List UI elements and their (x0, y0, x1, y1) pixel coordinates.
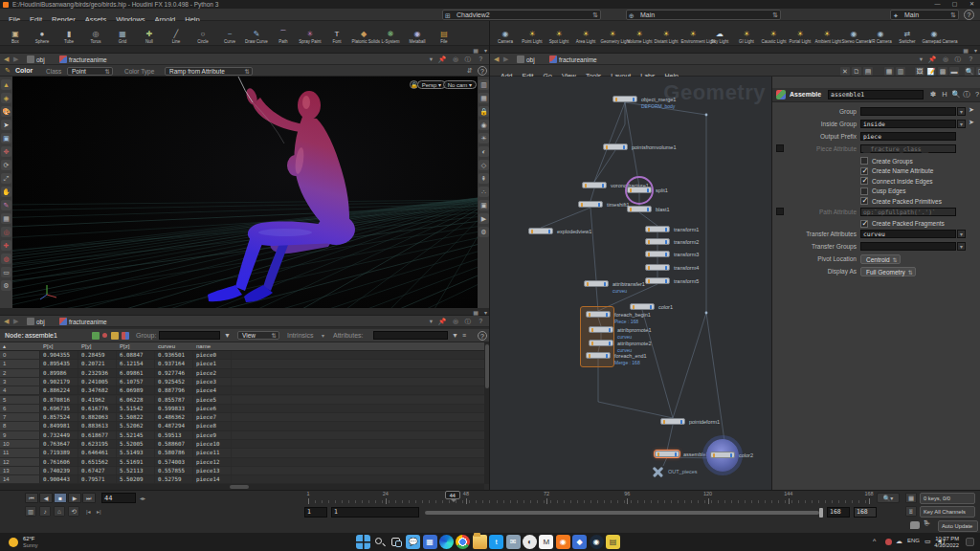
help-icon[interactable]: ? (478, 66, 487, 76)
play-reverse-button[interactable]: ◀ (39, 493, 53, 503)
view-select[interactable]: View⇅ (237, 331, 279, 340)
desktop-selector-2[interactable]: ⊕ Main ⇅ (626, 10, 781, 20)
points-mode-icon[interactable] (92, 332, 100, 340)
help-icon[interactable]: ? (479, 55, 482, 62)
frame-spinner[interactable]: ◂▸ (140, 495, 145, 501)
path-node-chip[interactable]: fractureanime (59, 55, 107, 64)
shelf-tool-spray-paint[interactable]: ✳Spray Paint (297, 29, 323, 46)
search-icon[interactable]: 🔍 (951, 90, 961, 99)
edge-icon[interactable] (439, 535, 454, 549)
shelf-tool-font[interactable]: TFont (323, 29, 350, 46)
linked-pane-icon[interactable]: ◎ (943, 55, 948, 63)
shelf-tool-caustic-light[interactable]: ☀Caustic Light (760, 29, 787, 46)
node-attribpromote2[interactable] (589, 340, 613, 346)
wireframe-icon[interactable]: ◇ (479, 160, 489, 170)
move-icon[interactable]: ✥ (1, 146, 11, 157)
render-region-icon[interactable]: ▭ (1, 267, 11, 277)
shelf-tool-curve[interactable]: ~Curve (216, 29, 243, 46)
app-icon-round[interactable]: ◐ (523, 535, 537, 549)
table-row[interactable]: 30.9021790.2410056.107570.925452piece3 (0, 378, 490, 386)
piece-attribute-enable-checkbox[interactable] (776, 144, 784, 152)
node-pointdeform1[interactable] (660, 418, 685, 425)
playback-end-field[interactable]: 168 (827, 507, 850, 518)
info-icon[interactable]: ⓘ (955, 55, 962, 64)
search-button[interactable] (372, 535, 387, 549)
display-options-icon[interactable]: ⚙ (479, 227, 489, 237)
prev-key-icon[interactable]: |◂ (86, 508, 91, 515)
node-color1[interactable] (630, 303, 655, 310)
range-end-field[interactable]: 168 (854, 507, 877, 518)
pin-icon[interactable] (111, 332, 119, 340)
node-transform5[interactable] (645, 277, 670, 284)
shelf-tool-gamepad-camera[interactable]: ◉Gamepad Camera (921, 29, 947, 46)
no-cam-button[interactable]: No cam ▾ (443, 80, 477, 89)
camera-icon[interactable]: ◉ (479, 120, 489, 130)
device-icon[interactable]: ▭ (924, 538, 931, 545)
onedrive-icon[interactable]: ☁ (896, 538, 902, 545)
group-menu-icon[interactable]: ▾ (957, 107, 966, 116)
shelf-tool-tube[interactable]: ▮Tube (56, 29, 82, 46)
snap-combo-icon[interactable]: ◍ (1, 253, 11, 264)
shelf-tool-circle[interactable]: ○Circle (189, 29, 216, 46)
table-row[interactable]: 140.9004430.795715.502090.52759piece14 (0, 475, 490, 484)
desktop-combo-right[interactable]: ✦ Main ⇅ (890, 10, 959, 20)
go-start-button[interactable]: ⏮ (25, 493, 38, 503)
mail-icon[interactable]: ✉ (506, 535, 521, 549)
node-blast1[interactable] (627, 206, 652, 212)
pose-icon[interactable]: ✋ (1, 187, 11, 197)
display-as-select[interactable]: Full Geometry⇅ (860, 267, 916, 276)
range-slider-handle[interactable] (819, 508, 823, 518)
linked-pane-icon[interactable]: ◎ (453, 55, 458, 63)
follow-node-icon[interactable] (102, 333, 107, 338)
node-foreach-end1[interactable] (586, 352, 611, 359)
node-transform2[interactable] (645, 238, 670, 245)
shelf-tool-platonic-solids[interactable]: ◆Platonic Solids (350, 29, 377, 46)
table-row[interactable]: 120.7616060.6515625.516910.574003piece12 (0, 458, 490, 467)
node-split1[interactable] (627, 187, 652, 193)
column-header-name[interactable]: name (193, 342, 232, 351)
help-icon[interactable]: ? (972, 90, 980, 99)
create-groups-checkbox[interactable] (860, 157, 868, 165)
help-icon[interactable]: ? (964, 10, 974, 20)
pane-layout-icon[interactable]: ▦ (963, 47, 969, 54)
notes-icon[interactable]: 📝 (926, 67, 936, 76)
shelf-tool-l-system[interactable]: ❋L-System (377, 29, 404, 46)
shelf-tool-sky-light[interactable]: ☁Sky Light (706, 29, 733, 46)
weather-sun-icon[interactable] (9, 538, 18, 547)
shelf-tool-switcher[interactable]: ⇄Switcher (894, 29, 921, 46)
viewport-canvas[interactable]: 🔒 Persp ▾ No cam ▾ (12, 77, 478, 308)
node-attribtransfer1[interactable] (584, 280, 609, 287)
go-end-button[interactable]: ⏭ (82, 493, 96, 503)
back-icon[interactable]: ◀ (4, 55, 9, 63)
shelf-tool-sphere[interactable]: ●Sphere (29, 29, 56, 46)
refresh-icon[interactable]: ⟳ (924, 520, 930, 528)
sort-icon[interactable]: ⇵ (467, 67, 473, 75)
node-object-merge1[interactable] (612, 96, 637, 102)
help-icon[interactable]: ? (478, 331, 487, 341)
next-key-icon[interactable]: ▸| (97, 508, 101, 515)
tools-icon[interactable]: ✕ (840, 67, 850, 76)
path-node-chip[interactable]: fractureanime (59, 318, 107, 326)
task-view-button[interactable] (390, 535, 404, 549)
create-packed-fragments-checkbox[interactable]: ✓ (860, 220, 868, 228)
shelf-tool-line[interactable]: ╱Line (163, 29, 189, 46)
transfer-groups-input[interactable] (860, 242, 956, 251)
snapshot-icon[interactable]: 🖼 (915, 67, 924, 76)
node-assemble1[interactable] (655, 451, 679, 457)
range-start-field[interactable]: 1 (304, 507, 327, 518)
column-header-curveu[interactable]: curveu (155, 342, 193, 351)
index-column-header[interactable]: ▴ (0, 342, 40, 351)
import-icon[interactable]: ▲ (1, 79, 11, 90)
playback-start-field[interactable]: 1 (331, 507, 419, 518)
node-timeshift1[interactable] (578, 201, 603, 208)
piece-attribute-input[interactable]: __fracture_class__ (860, 144, 956, 153)
chrome-icon[interactable] (456, 535, 470, 549)
houdini-icon[interactable]: ◉ (556, 535, 570, 549)
shelf-tool-vr-camera[interactable]: ◉VR Camera (867, 29, 894, 46)
layout-grid-icon[interactable]: ▥ (896, 67, 905, 76)
connect-inside-edges-checkbox[interactable]: ✓ (860, 177, 868, 185)
back-icon[interactable]: ◀ (494, 55, 499, 63)
shelf-tool-null[interactable]: ✚Null (136, 29, 163, 46)
info-icon[interactable]: ⓘ (465, 55, 472, 64)
table-row[interactable]: 00.9043550.284596.088470.936501piece0 (0, 351, 490, 360)
